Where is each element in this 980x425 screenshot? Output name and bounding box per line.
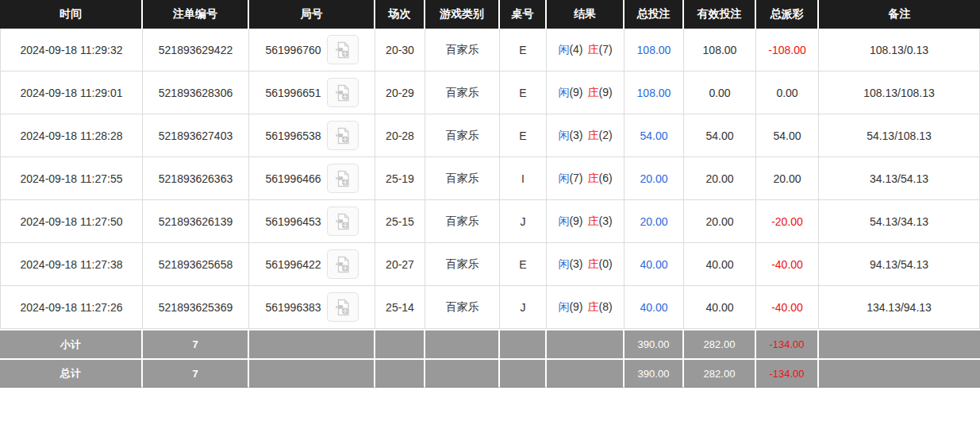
total-bet-cell: 40.00 xyxy=(625,243,684,286)
result-player-value: (3) xyxy=(569,129,582,141)
result-player-label: 闲 xyxy=(558,172,569,184)
video-replay-button[interactable] xyxy=(327,292,359,322)
result-player-value: (9) xyxy=(569,300,582,313)
total-payout-cell: 20.00 xyxy=(756,157,819,200)
summary-total-payout: -134.00 xyxy=(756,358,819,388)
valid-bet-cell: 20.00 xyxy=(684,200,756,243)
video-file-icon xyxy=(333,41,352,60)
result-player-value: (9) xyxy=(569,214,582,227)
bet-records-table: 时间注单编号局号场次游戏类别桌号结果总投注有效投注总派彩备注 2024-09-1… xyxy=(0,0,980,388)
summary-row: 总计7390.00282.00-134.00 xyxy=(0,358,980,388)
time-cell: 2024-09-18 11:29:01 xyxy=(0,71,143,114)
time-cell: 2024-09-18 11:27:26 xyxy=(0,286,143,329)
result-banker-label: 庄 xyxy=(588,214,599,227)
summary-count: 7 xyxy=(143,329,249,358)
result-banker-value: (8) xyxy=(599,300,613,313)
table-row: 2024-09-18 11:28:28521893627403561996538… xyxy=(0,114,980,157)
time-cell: 2024-09-18 11:27:38 xyxy=(0,243,143,286)
bet-id-cell: 521893629422 xyxy=(143,29,249,71)
summary-empty-cell xyxy=(819,329,980,358)
result-player-value: (3) xyxy=(569,257,582,270)
session-cell: 25-19 xyxy=(375,157,425,200)
game-type-cell: 百家乐 xyxy=(425,157,500,200)
valid-bet-cell: 0.00 xyxy=(684,71,756,114)
column-header-total_bet: 总投注 xyxy=(625,0,684,29)
result-cell: 闲(7)庄(6) xyxy=(547,157,625,200)
video-replay-button[interactable] xyxy=(327,78,359,107)
video-file-icon xyxy=(333,126,352,145)
game-type-cell: 百家乐 xyxy=(425,29,500,71)
total-bet-cell: 20.00 xyxy=(625,200,684,243)
result-cell: 闲(9)庄(9) xyxy=(547,71,625,114)
column-header-valid_bet: 有效投注 xyxy=(684,0,756,29)
result-player-value: (4) xyxy=(569,43,582,56)
column-header-total_payout: 总派彩 xyxy=(756,0,819,29)
round-cell: 561996538 xyxy=(249,114,375,157)
valid-bet-cell: 40.00 xyxy=(684,286,756,329)
round-id: 561996453 xyxy=(265,215,321,228)
summary-empty-cell xyxy=(547,329,625,358)
summary-empty-cell xyxy=(249,329,375,358)
summary-empty-cell xyxy=(500,358,547,388)
time-cell: 2024-09-18 11:27:50 xyxy=(0,200,143,243)
round-cell: 561996651 xyxy=(249,71,375,114)
summary-empty-cell xyxy=(500,329,547,358)
bet-id-cell: 521893628306 xyxy=(143,71,249,114)
table-no-cell: J xyxy=(500,286,547,329)
table-no-cell: I xyxy=(500,157,547,200)
result-player-label: 闲 xyxy=(558,129,569,141)
game-type-cell: 百家乐 xyxy=(425,243,500,286)
column-header-game_type: 游戏类别 xyxy=(425,0,500,29)
total-payout-cell: -20.00 xyxy=(756,200,819,243)
round-id: 561996760 xyxy=(265,44,321,56)
game-type-cell: 百家乐 xyxy=(425,200,500,243)
round-cell: 561996466 xyxy=(249,157,375,200)
session-cell: 20-27 xyxy=(375,243,425,286)
video-replay-button[interactable] xyxy=(327,249,359,279)
summary-label: 总计 xyxy=(0,358,143,388)
bet-id-cell: 521893626363 xyxy=(143,157,249,200)
summary-row: 小计7390.00282.00-134.00 xyxy=(0,329,980,358)
result-banker-label: 庄 xyxy=(588,129,599,141)
round-cell: 561996383 xyxy=(249,286,375,329)
table-row: 2024-09-18 11:27:38521893625658561996422… xyxy=(0,243,980,286)
summary-total-bet: 390.00 xyxy=(625,358,684,388)
bet-id-cell: 521893625658 xyxy=(143,243,249,286)
column-header-remark: 备注 xyxy=(819,0,980,29)
video-replay-button[interactable] xyxy=(327,207,359,236)
summary-total-bet: 390.00 xyxy=(625,329,684,358)
table-row: 2024-09-18 11:29:01521893628306561996651… xyxy=(0,71,980,114)
result-cell: 闲(3)庄(0) xyxy=(547,243,625,286)
result-cell: 闲(3)庄(2) xyxy=(547,114,625,157)
remark-cell: 54.13/34.13 xyxy=(819,200,980,243)
total-payout-cell: 54.00 xyxy=(756,114,819,157)
round-id: 561996538 xyxy=(265,129,321,142)
game-type-cell: 百家乐 xyxy=(425,286,500,329)
valid-bet-cell: 20.00 xyxy=(684,157,756,200)
round-id: 561996651 xyxy=(265,87,321,99)
column-header-round_id: 局号 xyxy=(249,0,375,29)
valid-bet-cell: 54.00 xyxy=(684,114,756,157)
video-replay-button[interactable] xyxy=(327,35,359,64)
table-no-cell: E xyxy=(500,114,547,157)
table-no-cell: J xyxy=(500,200,547,243)
video-replay-button[interactable] xyxy=(327,121,359,150)
round-id: 561996383 xyxy=(265,301,321,314)
table-no-cell: E xyxy=(500,243,547,286)
summary-count: 7 xyxy=(143,358,249,388)
column-header-session: 场次 xyxy=(375,0,425,29)
result-player-label: 闲 xyxy=(558,43,569,56)
session-cell: 20-29 xyxy=(375,71,425,114)
table-no-cell: E xyxy=(500,29,547,71)
bet-id-cell: 521893626139 xyxy=(143,200,249,243)
valid-bet-cell: 108.00 xyxy=(684,29,756,71)
remark-cell: 34.13/54.13 xyxy=(819,157,980,200)
summary-valid-bet: 282.00 xyxy=(684,329,756,358)
result-player-label: 闲 xyxy=(558,300,569,313)
result-banker-value: (3) xyxy=(599,214,613,227)
result-banker-label: 庄 xyxy=(588,300,599,313)
result-player-value: (9) xyxy=(569,86,582,99)
total-payout-cell: 0.00 xyxy=(756,71,819,114)
result-banker-label: 庄 xyxy=(588,257,599,270)
video-replay-button[interactable] xyxy=(327,164,359,193)
